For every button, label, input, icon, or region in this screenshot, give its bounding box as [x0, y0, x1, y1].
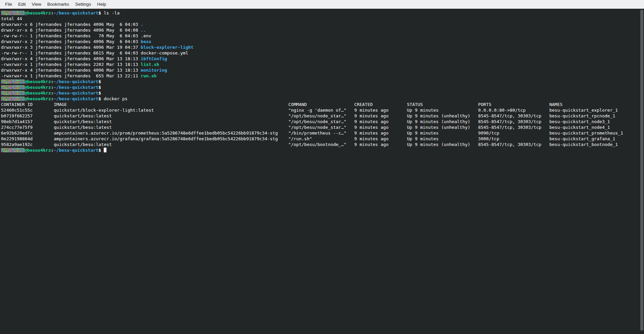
docker-cell-status: Up 9 minutes (unhealthy) — [407, 113, 478, 119]
docker-header-container-id: CONTAINER ID — [1, 102, 54, 107]
docker-header-command: COMMAND — [288, 102, 354, 107]
prompt-line-ls: @besuu4krz:~/besu-quickstart$ls -la — [1, 10, 639, 16]
prompt-symbol: $ — [98, 85, 101, 90]
docker-cell-created: 9 minutes ago — [354, 107, 407, 113]
ls-entry: -rw-rw-r-- 1 jfernandes jfernandes 70 Ma… — [1, 33, 639, 39]
prompt-separator: : — [51, 148, 54, 153]
docker-row: 98eb7d1a4157quickstart/besu:latest"/opt/… — [1, 119, 639, 124]
ls-entry-name: . — [141, 22, 143, 27]
ls-entry-name: docker-compose.yml — [141, 50, 188, 55]
redacted-username — [1, 148, 25, 152]
ls-entry-meta: drwxrwxr-x 3 jfernandes jfernandes 4096 … — [1, 45, 141, 50]
docker-cell-command: "/opt/besu/node_star…" — [288, 113, 354, 119]
docker-cell-ports: 3000/tcp — [478, 136, 549, 142]
prompt-line-empty: @besuu4krz:~/besu-quickstart$ — [1, 90, 639, 96]
redacted-username — [1, 85, 25, 89]
docker-cell-created: 9 minutes ago — [354, 136, 407, 142]
docker-cell-status: Up 9 minutes (unhealthy) — [407, 142, 478, 147]
docker-cell-status: Up 9 minutes — [407, 107, 478, 113]
prompt-symbol: $ — [98, 96, 101, 101]
prompt-separator: : — [51, 96, 54, 101]
docker-row: 0e229198864dampcontainers.azurecr.io/gra… — [1, 136, 639, 142]
docker-cell-status: Up 9 minutes — [407, 136, 478, 142]
ls-entry-meta: -rwxrwxr-x 1 jfernandes jfernandes 2202 … — [1, 62, 141, 67]
docker-cell-image: quickstart/besu:latest — [54, 119, 289, 124]
command-ls: ls -la — [104, 10, 120, 15]
docker-cell-id: 52460c51c55c — [1, 107, 54, 113]
ls-total: total 44 — [1, 16, 639, 22]
prompt-line-empty: @besuu4krz:~/besu-quickstart$ — [1, 79, 639, 84]
menu-file[interactable]: File — [2, 0, 15, 8]
docker-cell-command: "/opt/besu/node_star…" — [288, 119, 354, 124]
docker-cell-ports: 8545-8547/tcp, 30303/tcp — [478, 119, 549, 124]
docker-row: b0719f662257quickstart/besu:latest"/opt/… — [1, 113, 639, 119]
docker-cell-id: 98eb7d1a4157 — [1, 119, 54, 124]
docker-header-ports: PORTS — [478, 102, 549, 107]
ls-entry-meta: drwxr-xr-x 6 jfernandes jfernandes 4096 … — [1, 28, 141, 33]
docker-cell-name: besu-quickstart_explorer_1 — [549, 107, 618, 113]
prompt-symbol: $ — [98, 79, 101, 84]
terminal-cursor — [104, 148, 106, 152]
redacted-username — [1, 11, 25, 15]
docker-cell-created: 9 minutes ago — [354, 130, 407, 136]
docker-cell-created: 9 minutes ago — [354, 119, 407, 124]
ls-entry-name: besu — [141, 39, 151, 44]
menu-edit[interactable]: Edit — [15, 0, 29, 8]
docker-cell-name: besu-quickstart_node4_1 — [549, 124, 610, 130]
docker-cell-ports: 8545-8547/tcp, 30303/tcp — [478, 124, 549, 130]
docker-header-names: NAMES — [549, 102, 562, 107]
prompt-path: ~/besu-quickstart — [54, 90, 98, 96]
ls-entry-name: list.sh — [141, 62, 159, 67]
docker-cell-created: 9 minutes ago — [354, 142, 407, 147]
docker-cell-id: 0e229198864d — [1, 136, 54, 142]
docker-cell-status: Up 9 minutes (unhealthy) — [407, 119, 478, 124]
prompt-line-current: @besuu4krz:~/besu-quickstart$ — [1, 147, 639, 153]
menu-view[interactable]: View — [29, 0, 44, 8]
ls-entry-name: run.sh — [141, 73, 157, 78]
docker-cell-created: 9 minutes ago — [354, 113, 407, 119]
menu-help[interactable]: Help — [94, 0, 109, 8]
ls-entry-meta: -rw-rw-r-- 1 jfernandes jfernandes 70 Ma… — [1, 33, 141, 38]
docker-cell-created: 9 minutes ago — [354, 124, 407, 130]
docker-cell-id: 6e92b620edfc — [1, 130, 54, 136]
prompt-path: ~/besu-quickstart — [54, 85, 98, 90]
prompt-path: ~/besu-quickstart — [54, 148, 98, 153]
prompt-host: @besuu4krz — [25, 85, 51, 90]
terminal-screen[interactable]: @besuu4krz:~/besu-quickstart$ls -la tota… — [0, 9, 644, 334]
prompt-line-empty: @besuu4krz:~/besu-quickstart$ — [1, 84, 639, 90]
ls-entry-name: .. — [141, 28, 146, 33]
docker-row: 274cc77e75f9quickstart/besu:latest"/opt/… — [1, 124, 639, 130]
docker-cell-name: besu-quickstart_node3_1 — [549, 119, 610, 124]
docker-cell-command: "/opt/besu/bootnode_…" — [288, 142, 354, 147]
docker-cell-image: ampcontainers.azurecr.io/prom/prometheus… — [54, 130, 289, 136]
prompt-separator: : — [51, 79, 54, 84]
ls-entry-meta: drwxrwxr-x 2 jfernandes jfernandes 4096 … — [1, 39, 141, 44]
ls-entry-meta: drwxrwxr-x 4 jfernandes jfernandes 4096 … — [1, 68, 141, 73]
docker-cell-ports: 0.0.0.0:80->80/tcp — [478, 107, 549, 113]
menu-settings[interactable]: Settings — [72, 0, 94, 8]
ls-entry: -rwxrwxr-x 1 jfernandes jfernandes 2202 … — [1, 62, 639, 67]
docker-cell-id: 9582a9ae192c — [1, 142, 54, 147]
docker-cell-ports: 8545-8547/tcp, 30303/tcp — [478, 113, 549, 119]
menu-bookmarks[interactable]: Bookmarks — [44, 0, 72, 8]
ls-entry: drwxrwxr-x 3 jfernandes jfernandes 4096 … — [1, 44, 639, 50]
docker-cell-image: quickstart/besu:latest — [54, 124, 289, 130]
docker-header-row: CONTAINER IDIMAGECOMMANDCREATEDSTATUSPOR… — [1, 102, 639, 107]
ls-entry: drwxr-xr-x 6 jfernandes jfernandes 4096 … — [1, 27, 639, 33]
docker-cell-command: "/bin/prometheus --c…" — [288, 130, 354, 136]
ls-entry: drwxrwxr-x 2 jfernandes jfernandes 4096 … — [1, 39, 639, 44]
prompt-symbol: $ — [98, 90, 101, 96]
scrollbar-thumb[interactable] — [640, 10, 643, 331]
prompt-path: ~/besu-quickstart — [54, 96, 98, 101]
docker-cell-image: quickstart/besu:latest — [54, 113, 289, 119]
prompt-line-docker-ps: @besuu4krz:~/besu-quickstart$docker ps — [1, 96, 639, 102]
ls-entry-meta: -rw-rw-r-- 1 jfernandes jfernandes 6615 … — [1, 50, 141, 55]
docker-cell-id: 274cc77e75f9 — [1, 124, 54, 130]
ls-entry: drwxrwxr-x 6 jfernandes jfernandes 4096 … — [1, 22, 639, 27]
docker-header-created: CREATED — [354, 102, 407, 107]
docker-cell-status: Up 9 minutes — [407, 130, 478, 136]
prompt-separator: : — [51, 10, 54, 15]
prompt-path: ~/besu-quickstart — [54, 79, 98, 84]
ls-entry: drwxrwxr-x 4 jfernandes jfernandes 4096 … — [1, 67, 639, 73]
docker-row: 52460c51c55cquickstart/block-explorer-li… — [1, 107, 639, 113]
